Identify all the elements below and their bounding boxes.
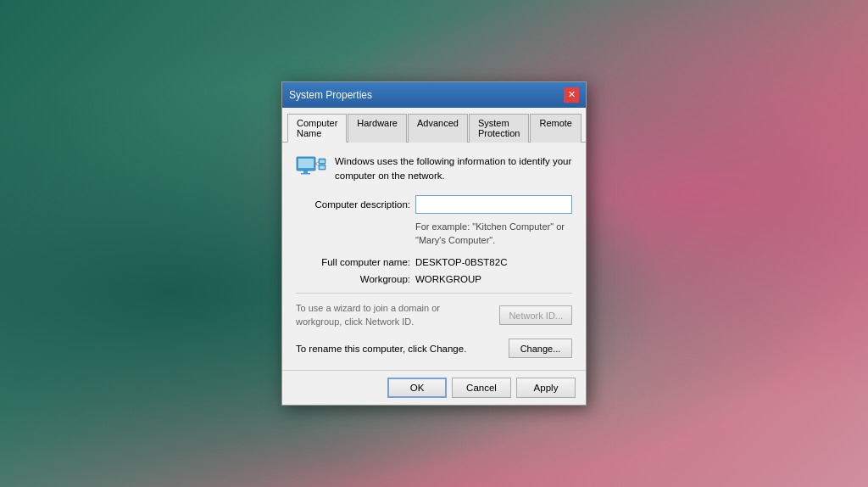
wizard-text: To use a wizard to join a domain or work… [296,302,482,328]
network-id-button[interactable]: Network ID... [499,305,572,325]
tab-hardware[interactable]: Hardware [348,114,407,143]
svg-rect-7 [320,160,325,163]
svg-rect-1 [298,159,314,168]
tab-advanced[interactable]: Advanced [408,114,468,143]
svg-rect-9 [320,165,325,169]
full-name-row: Full computer name: DESKTOP-0BST82C [296,257,572,267]
svg-rect-2 [303,171,308,173]
network-info-text: Windows uses the following information t… [335,154,572,184]
full-name-value: DESKTOP-0BST82C [415,257,572,267]
tab-computer-name[interactable]: Computer Name [287,114,347,143]
change-button[interactable]: Change... [509,339,572,358]
cancel-button[interactable]: Cancel [452,378,511,398]
dialog-content: Windows uses the following information t… [282,143,586,370]
computer-desc-label: Computer description: [296,199,410,210]
title-bar: System Properties ✕ [282,82,586,108]
rename-text: To rename this computer, click Change. [296,344,466,354]
close-button[interactable]: ✕ [564,87,579,103]
dialog-title: System Properties [289,89,372,101]
svg-rect-3 [301,173,310,175]
workgroup-row: Workgroup: WORKGROUP [296,274,572,284]
full-name-label: Full computer name: [296,257,410,267]
computer-desc-input[interactable] [415,195,572,214]
tab-system-protection[interactable]: System Protection [469,114,530,143]
wizard-row: To use a wizard to join a domain or work… [296,302,572,328]
dialog-footer: OK Cancel Apply [282,370,586,405]
ok-button[interactable]: OK [387,378,447,398]
workgroup-value: WORKGROUP [415,274,572,284]
system-properties-dialog: System Properties ✕ Computer Name Hardwa… [281,81,587,406]
computer-desc-hint: For example: "Kitchen Computer" or "Mary… [415,221,572,247]
separator-1 [296,293,572,294]
tab-bar: Computer Name Hardware Advanced System P… [282,108,586,143]
computer-network-icon [296,156,326,180]
apply-button[interactable]: Apply [516,378,576,398]
computer-desc-row: Computer description: [296,195,572,214]
info-row: Windows uses the following information t… [296,154,572,184]
rename-row: To rename this computer, click Change. C… [296,339,572,358]
workgroup-label: Workgroup: [296,274,410,284]
tab-remote[interactable]: Remote [530,114,581,143]
